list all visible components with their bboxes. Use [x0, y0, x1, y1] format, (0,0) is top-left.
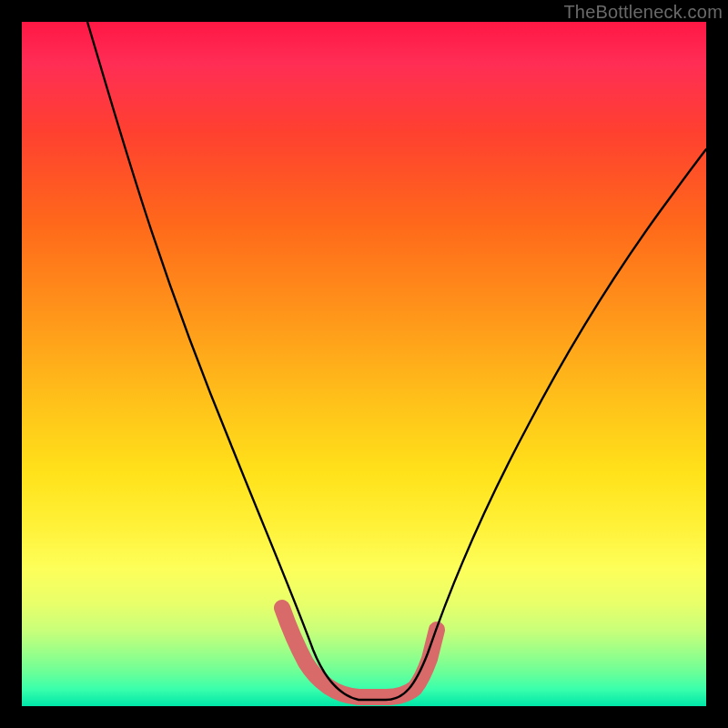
chart-frame: TheBottleneck.com — [0, 0, 728, 728]
optimal-band-highlight — [282, 608, 437, 697]
curve-layer — [22, 22, 706, 706]
plot-area — [22, 22, 706, 706]
watermark-text: TheBottleneck.com — [563, 2, 723, 23]
bottleneck-curve — [87, 22, 706, 700]
